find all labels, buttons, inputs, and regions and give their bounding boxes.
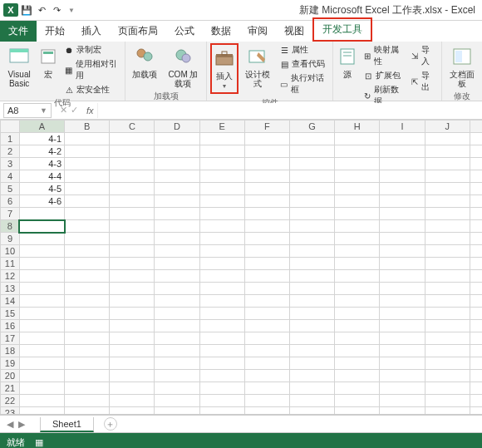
- cell-F19[interactable]: [244, 357, 289, 370]
- cell-F18[interactable]: [244, 345, 289, 357]
- cell-I22[interactable]: [380, 395, 425, 407]
- cell-I13[interactable]: [380, 283, 425, 295]
- col-header-C[interactable]: C: [110, 121, 155, 133]
- cell-F5[interactable]: [244, 183, 289, 195]
- cell-F4[interactable]: [244, 170, 289, 183]
- cell-I12[interactable]: [380, 270, 425, 283]
- cell-J7[interactable]: [425, 208, 470, 220]
- row-header-23[interactable]: 23: [1, 407, 20, 416]
- tab-insert[interactable]: 插入: [73, 21, 110, 42]
- cell-B19[interactable]: [65, 357, 110, 370]
- cell-A8[interactable]: [19, 220, 64, 233]
- tab-page-layout[interactable]: 页面布局: [110, 21, 166, 42]
- cell-H6[interactable]: [335, 195, 380, 208]
- cell-G1[interactable]: [290, 133, 335, 145]
- cell-K6[interactable]: [470, 195, 482, 208]
- cell-C16[interactable]: [110, 320, 155, 332]
- cell-J19[interactable]: [425, 357, 470, 370]
- row-header-13[interactable]: 13: [1, 283, 20, 295]
- tab-developer[interactable]: 开发工具: [312, 17, 372, 42]
- qat-dropdown-icon[interactable]: ▼: [65, 3, 78, 17]
- cell-E4[interactable]: [199, 170, 244, 183]
- macro-record-status-icon[interactable]: ▦: [35, 437, 43, 448]
- row-header-22[interactable]: 22: [1, 395, 20, 407]
- cell-J12[interactable]: [425, 270, 470, 283]
- cell-A10[interactable]: [19, 245, 64, 258]
- cell-C11[interactable]: [110, 258, 155, 270]
- row-header-4[interactable]: 4: [1, 170, 20, 183]
- cell-H23[interactable]: [335, 407, 380, 416]
- cell-K18[interactable]: [470, 345, 482, 357]
- cell-F17[interactable]: [244, 332, 289, 345]
- cell-H14[interactable]: [335, 295, 380, 308]
- cell-B3[interactable]: [65, 158, 110, 170]
- cell-D3[interactable]: [155, 158, 199, 170]
- cell-D7[interactable]: [155, 208, 199, 220]
- formula-input[interactable]: [97, 103, 482, 118]
- cell-H11[interactable]: [335, 258, 380, 270]
- cell-F13[interactable]: [244, 283, 289, 295]
- addins-button[interactable]: 加载项: [129, 43, 160, 81]
- macros-button[interactable]: 宏: [37, 43, 59, 81]
- cell-J5[interactable]: [425, 183, 470, 195]
- col-header-E[interactable]: E: [199, 121, 244, 133]
- cell-H9[interactable]: [335, 233, 380, 245]
- cell-G19[interactable]: [290, 357, 335, 370]
- cell-B23[interactable]: [65, 407, 110, 416]
- export-button[interactable]: ⇱导出: [408, 69, 438, 94]
- cell-G21[interactable]: [290, 382, 335, 395]
- cell-C17[interactable]: [110, 332, 155, 345]
- cell-D21[interactable]: [155, 382, 199, 395]
- sheet-prev-icon[interactable]: ◀: [7, 419, 13, 430]
- cell-G17[interactable]: [290, 332, 335, 345]
- cell-A21[interactable]: [19, 382, 64, 395]
- cell-J17[interactable]: [425, 332, 470, 345]
- cell-C15[interactable]: [110, 308, 155, 320]
- add-sheet-button[interactable]: ＋: [104, 417, 117, 431]
- cell-H16[interactable]: [335, 320, 380, 332]
- cell-I10[interactable]: [380, 245, 425, 258]
- cancel-icon[interactable]: ✕: [60, 105, 67, 116]
- cell-C4[interactable]: [110, 170, 155, 183]
- cell-E15[interactable]: [199, 308, 244, 320]
- cell-H7[interactable]: [335, 208, 380, 220]
- cell-E6[interactable]: [199, 195, 244, 208]
- cell-H12[interactable]: [335, 270, 380, 283]
- cell-A3[interactable]: 4-3: [19, 158, 64, 170]
- cell-B5[interactable]: [65, 183, 110, 195]
- cell-E17[interactable]: [199, 332, 244, 345]
- enter-icon[interactable]: ✓: [71, 105, 78, 116]
- cell-F16[interactable]: [244, 320, 289, 332]
- cell-H5[interactable]: [335, 183, 380, 195]
- cell-B18[interactable]: [65, 345, 110, 357]
- cell-E14[interactable]: [199, 295, 244, 308]
- macro-security-button[interactable]: ⚠宏安全性: [61, 83, 121, 96]
- cell-K7[interactable]: [470, 208, 482, 220]
- cell-C21[interactable]: [110, 382, 155, 395]
- col-header-J[interactable]: J: [425, 121, 470, 133]
- cell-D10[interactable]: [155, 245, 199, 258]
- cell-I4[interactable]: [380, 170, 425, 183]
- cell-K15[interactable]: [470, 308, 482, 320]
- cell-H18[interactable]: [335, 345, 380, 357]
- cell-G4[interactable]: [290, 170, 335, 183]
- cell-J11[interactable]: [425, 258, 470, 270]
- cell-D23[interactable]: [155, 407, 199, 416]
- row-header-17[interactable]: 17: [1, 332, 20, 345]
- cell-E1[interactable]: [199, 133, 244, 145]
- cell-H1[interactable]: [335, 133, 380, 145]
- cell-K21[interactable]: [470, 382, 482, 395]
- grid[interactable]: ABCDEFGHIJK14-124-234-344-454-564-678910…: [0, 120, 482, 415]
- cell-G3[interactable]: [290, 158, 335, 170]
- cell-K14[interactable]: [470, 295, 482, 308]
- cell-D14[interactable]: [155, 295, 199, 308]
- cell-D13[interactable]: [155, 283, 199, 295]
- cell-I23[interactable]: [380, 407, 425, 416]
- cell-G5[interactable]: [290, 183, 335, 195]
- col-header-I[interactable]: I: [380, 121, 425, 133]
- cell-K16[interactable]: [470, 320, 482, 332]
- cell-H22[interactable]: [335, 395, 380, 407]
- cell-A23[interactable]: [19, 407, 64, 416]
- cell-J9[interactable]: [425, 233, 470, 245]
- cell-E8[interactable]: [199, 220, 244, 233]
